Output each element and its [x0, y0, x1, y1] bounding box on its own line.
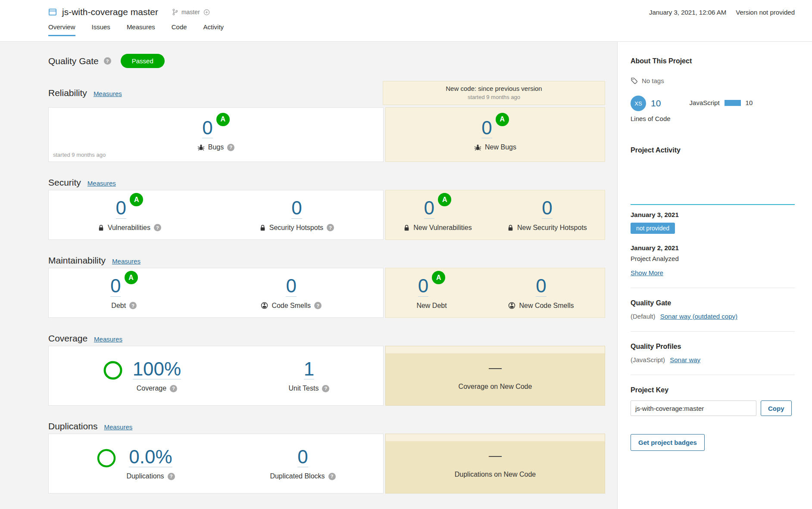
- duplications-on-new-code-value: —: [455, 449, 536, 462]
- coverage-measures-link[interactable]: Measures: [94, 335, 122, 343]
- tags-label: No tags: [642, 77, 664, 84]
- quality-gate-default-prefix: (Default): [631, 313, 656, 320]
- help-icon[interactable]: ?: [104, 57, 111, 65]
- security-measures-link[interactable]: Measures: [87, 180, 116, 187]
- tab-activity[interactable]: Activity: [203, 23, 224, 36]
- version-event-badge: not provided: [631, 223, 675, 234]
- lock-icon: [507, 224, 514, 231]
- new-code-smells-value-link[interactable]: 0: [536, 276, 546, 296]
- coverage-ring-icon: [103, 360, 123, 381]
- help-icon[interactable]: ?: [154, 224, 161, 231]
- new-bugs-label: New Bugs: [485, 143, 516, 151]
- coverage-on-new-code-metric: — Coverage on New Code: [459, 361, 532, 391]
- code-smells-value-link[interactable]: 0: [286, 276, 296, 296]
- new-code-smells-label: New Code Smells: [519, 302, 574, 310]
- tab-code[interactable]: Code: [172, 23, 187, 36]
- debt-metric: 0 A Debt ?: [110, 276, 138, 309]
- duplicated-blocks-value-link[interactable]: 0: [297, 447, 308, 467]
- duplications-value-link[interactable]: 0.0%: [129, 447, 172, 467]
- debt-value-link[interactable]: 0: [110, 276, 121, 296]
- maintainability-title: Maintainability: [48, 255, 106, 266]
- project-icon: [48, 8, 57, 16]
- security-section: Security Measures 0 A: [48, 177, 605, 240]
- duplications-new-code-card: — Duplications on New Code: [385, 434, 605, 493]
- help-icon[interactable]: ?: [129, 302, 137, 309]
- help-icon[interactable]: ?: [227, 144, 234, 151]
- help-icon[interactable]: ?: [314, 302, 322, 309]
- reliability-section: Reliability Measures New code: since pre…: [48, 81, 605, 162]
- reliability-card: 0 A Bugs ? started 9 months ago: [48, 107, 384, 162]
- overview-main: Quality Gate ? Passed Reliability Measur…: [0, 42, 617, 509]
- bug-icon: [474, 144, 481, 151]
- coverage-metric: 100% Coverage ?: [103, 359, 181, 392]
- coverage-on-new-code-value: —: [459, 361, 532, 374]
- copy-button[interactable]: Copy: [761, 400, 792, 416]
- duplications-on-new-code-label: Duplications on New Code: [455, 471, 536, 478]
- help-icon[interactable]: ?: [170, 385, 177, 392]
- activity-event: January 2, 2021 Project Analyzed: [631, 244, 795, 262]
- bugs-rating-badge: A: [216, 113, 230, 126]
- duplications-ring-icon: [96, 448, 117, 469]
- project-size-row: XS 10 Lines of Code JavaScript 10: [631, 96, 795, 122]
- code-smells-label: Code Smells: [272, 302, 311, 310]
- quality-gate-status-badge: Passed: [121, 54, 165, 68]
- tab-measures[interactable]: Measures: [127, 23, 155, 36]
- get-project-badges-button[interactable]: Get project badges: [631, 434, 705, 451]
- language-bar: [725, 100, 741, 106]
- quality-gate-link[interactable]: Sonar way (outdated copy): [660, 313, 737, 320]
- new-debt-label: New Debt: [416, 302, 447, 310]
- maintainability-card: 0 A Debt ? 0: [48, 268, 384, 318]
- lock-icon: [259, 224, 266, 231]
- new-debt-metric: 0 A New Debt: [416, 276, 447, 309]
- new-debt-value-link[interactable]: 0: [418, 276, 428, 296]
- coverage-value-link[interactable]: 100%: [133, 359, 181, 379]
- reliability-new-code-card: 0 A New Bugs: [385, 107, 605, 162]
- divider: [631, 331, 795, 332]
- vulnerabilities-label: Vulnerabilities: [108, 224, 150, 232]
- branch-name: master: [181, 9, 200, 16]
- quality-profiles-title: Quality Profiles: [631, 343, 795, 351]
- security-new-code-card: 0 A New Vulnerabilities 0: [385, 190, 605, 240]
- tab-overview[interactable]: Overview: [48, 23, 75, 36]
- help-icon[interactable]: ?: [168, 473, 175, 480]
- coverage-title: Coverage: [48, 333, 87, 344]
- tags-row: No tags: [631, 77, 795, 84]
- new-debt-rating-badge: A: [432, 271, 445, 284]
- quality-profile-link[interactable]: Sonar way: [670, 356, 700, 363]
- debt-rating-badge: A: [125, 271, 138, 284]
- tab-issues[interactable]: Issues: [92, 23, 110, 36]
- reliability-title: Reliability: [48, 88, 87, 98]
- help-icon[interactable]: ?: [328, 473, 336, 480]
- project-key-input[interactable]: [631, 400, 756, 416]
- duplications-label: Duplications: [126, 472, 164, 480]
- unit-tests-value-link[interactable]: 1: [304, 359, 314, 379]
- sidebar-quality-gate-title: Quality Gate: [631, 299, 795, 307]
- help-icon[interactable]: ?: [327, 224, 334, 231]
- event-text: Project Analyzed: [631, 255, 795, 262]
- new-bugs-value-link[interactable]: 0: [481, 118, 492, 138]
- event-date: January 2, 2021: [631, 244, 795, 251]
- help-icon[interactable]: ?: [322, 385, 329, 392]
- plus-circle-icon[interactable]: [203, 9, 210, 16]
- vulnerabilities-metric: 0 A Vulnerabilities ?: [98, 198, 161, 231]
- lock-icon: [98, 224, 104, 231]
- bugs-label: Bugs: [208, 143, 224, 151]
- duplications-metric: 0.0% Duplications ?: [96, 447, 175, 480]
- activity-event: January 3, 2021 not provided: [631, 211, 795, 234]
- maintainability-measures-link[interactable]: Measures: [112, 258, 141, 265]
- maintainability-section: Maintainability Measures 0 A Debt ?: [48, 255, 605, 318]
- duplications-measures-link[interactable]: Measures: [104, 423, 132, 431]
- reliability-measures-link[interactable]: Measures: [94, 90, 122, 97]
- show-more-link[interactable]: Show More: [631, 269, 663, 276]
- version-label: Version not provided: [736, 9, 795, 16]
- about-project-title: About This Project: [631, 57, 795, 65]
- language-row: JavaScript 10: [690, 99, 753, 106]
- coverage-card: 100% Coverage ? 1 Uni: [48, 346, 384, 406]
- new-security-hotspots-value-link[interactable]: 0: [542, 198, 552, 218]
- tag-icon: [631, 77, 638, 84]
- new-vulnerabilities-value-link[interactable]: 0: [424, 198, 434, 218]
- size-rating-badge: XS: [631, 96, 646, 111]
- vulnerabilities-value-link[interactable]: 0: [116, 198, 126, 218]
- security-hotspots-value-link[interactable]: 0: [291, 198, 302, 218]
- bugs-value-link[interactable]: 0: [202, 118, 212, 138]
